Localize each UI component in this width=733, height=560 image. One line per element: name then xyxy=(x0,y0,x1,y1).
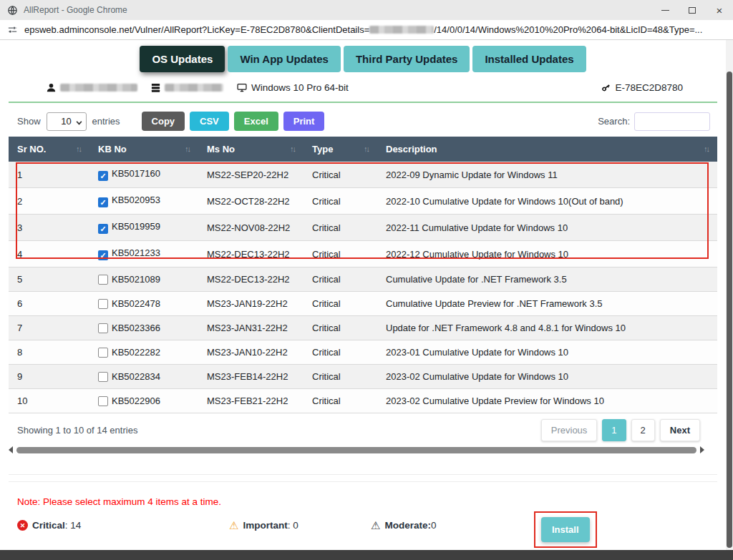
next-page-button[interactable]: Next xyxy=(660,419,700,441)
row-checkbox[interactable] xyxy=(98,372,108,382)
tab-os-updates[interactable]: OS Updates xyxy=(140,46,225,72)
col-header-kb-no[interactable]: KB No xyxy=(89,137,198,162)
chevron-down-icon xyxy=(76,119,82,124)
print-button[interactable]: Print xyxy=(283,112,325,131)
type-cell: Critical xyxy=(304,316,377,340)
csv-button[interactable]: CSV xyxy=(190,112,229,131)
minimize-icon xyxy=(661,10,669,11)
row-checkbox[interactable] xyxy=(98,348,108,358)
kb-no-cell: KB5020953 xyxy=(89,188,198,215)
sort-icon[interactable] xyxy=(76,144,81,153)
critical-icon: ✕ xyxy=(17,520,28,531)
vertical-scrollbar[interactable] xyxy=(726,40,733,550)
install-button[interactable]: Install xyxy=(541,517,590,542)
type-cell: Critical xyxy=(304,188,377,215)
ms-no-cell: MS22-DEC13-22H2 xyxy=(198,241,304,267)
device-info-row: Windows 10 Pro 64-bit E-78EC2D8780 xyxy=(0,82,726,93)
row-checkbox[interactable] xyxy=(98,396,108,406)
table-controls: Show 10 entries Copy CSV Excel Print Sea… xyxy=(0,112,726,131)
type-cell: Critical xyxy=(304,389,377,413)
maximize-icon xyxy=(689,7,696,14)
sort-icon[interactable] xyxy=(704,144,709,153)
type-cell: Critical xyxy=(304,292,377,316)
col-header-sr-no[interactable]: Sr NO. xyxy=(9,137,89,162)
maximize-button[interactable] xyxy=(679,0,706,20)
selection-note: Note: Please select maximum 4 items at a… xyxy=(17,496,709,507)
key-icon xyxy=(598,80,613,95)
updates-table: Sr NO. KB No Ms No Type Description 1KB5… xyxy=(9,137,717,413)
ms-no-cell: MS23-JAN10-22H2 xyxy=(198,340,304,365)
kb-no-label: KB5017160 xyxy=(112,168,160,179)
kb-no-cell: KB5021233 xyxy=(89,241,198,267)
tune-icon[interactable] xyxy=(7,24,18,35)
type-cell: Critical xyxy=(304,365,377,389)
ms-no-cell: MS23-FEB14-22H2 xyxy=(198,365,304,389)
window-titlebar: AllReport - Google Chrome × xyxy=(0,0,733,20)
description-cell: 2022-09 Dynamic Update for Windows 11 xyxy=(377,162,717,188)
table-row: 9KB5022834MS23-FEB14-22H2Critical2023-02… xyxy=(9,365,717,389)
bottom-scrollbar[interactable] xyxy=(0,550,733,560)
page-1-button[interactable]: 1 xyxy=(602,419,626,441)
row-checkbox[interactable] xyxy=(98,250,108,260)
sr-no-cell: 9 xyxy=(9,365,89,389)
row-checkbox[interactable] xyxy=(98,275,108,285)
kb-no-label: KB5021089 xyxy=(112,274,160,285)
tab-third-party-updates[interactable]: Third Party Updates xyxy=(344,46,470,72)
row-checkbox[interactable] xyxy=(98,171,108,181)
ms-no-cell: MS23-JAN31-22H2 xyxy=(198,316,304,340)
tab-win-app-updates[interactable]: Win App Updates xyxy=(228,46,340,72)
col-header-ms-no[interactable]: Ms No xyxy=(198,137,304,162)
horizontal-scrollbar-thumb[interactable] xyxy=(16,447,696,453)
kb-no-label: KB5022906 xyxy=(112,396,160,406)
page-2-button[interactable]: 2 xyxy=(631,419,655,441)
copy-button[interactable]: Copy xyxy=(142,112,185,131)
tab-installed-updates[interactable]: Installed Updates xyxy=(472,46,586,72)
client-name xyxy=(46,82,137,93)
col-header-description[interactable]: Description xyxy=(377,137,717,162)
description-cell: 2022-12 Cumulative Update for Windows 10 xyxy=(377,241,717,267)
excel-button[interactable]: Excel xyxy=(234,112,278,131)
kb-no-cell: KB5023366 xyxy=(89,316,198,340)
important-count: ⚠ Important : 0 xyxy=(229,520,298,531)
description-cell: Cumulative Update for .NET Framework 3.5 xyxy=(377,267,717,292)
kb-no-cell: KB5019959 xyxy=(89,215,198,241)
vertical-scrollbar-thumb[interactable] xyxy=(727,72,732,548)
kb-no-cell: KB5017160 xyxy=(89,162,198,188)
row-checkbox[interactable] xyxy=(98,323,108,333)
sr-no-cell: 2 xyxy=(9,188,89,215)
description-cell: Cumulative Update Preview for .NET Frame… xyxy=(377,292,717,316)
minimize-button[interactable] xyxy=(651,0,679,20)
show-label: Show xyxy=(17,116,41,127)
description-cell: 2023-02 Cumulative Update for Windows 10 xyxy=(377,365,717,389)
row-checkbox[interactable] xyxy=(98,224,108,234)
kb-no-label: KB5022834 xyxy=(112,371,160,382)
horizontal-scrollbar[interactable] xyxy=(9,445,704,455)
sr-no-cell: 6 xyxy=(9,292,89,316)
search-label: Search: xyxy=(598,116,630,127)
ms-no-cell: MS22-DEC13-22H2 xyxy=(198,267,304,292)
description-cell: 2022-11 Cumulative Update for Windows 10 xyxy=(377,215,717,241)
ms-no-cell: MS23-JAN19-22H2 xyxy=(198,292,304,316)
address-bar[interactable]: epsweb.adminconsole.net/Vulner/AllReport… xyxy=(0,20,733,40)
previous-page-button[interactable]: Previous xyxy=(541,419,598,441)
sr-no-cell: 10 xyxy=(9,389,89,413)
table-body: 1KB5017160MS22-SEP20-22H2Critical2022-09… xyxy=(9,162,717,413)
close-button[interactable]: × xyxy=(706,0,733,20)
license-key-label: E-78EC2D8780 xyxy=(615,82,683,93)
col-header-type[interactable]: Type xyxy=(304,137,377,162)
scroll-right-icon[interactable] xyxy=(700,446,704,453)
scroll-left-icon[interactable] xyxy=(9,446,13,453)
sort-icon[interactable] xyxy=(185,144,190,153)
license-key: E-78EC2D8780 xyxy=(601,82,683,93)
ms-no-cell: MS23-FEB21-22H2 xyxy=(198,389,304,413)
showing-entries-label: Showing 1 to 10 of 14 entries xyxy=(17,425,137,436)
row-checkbox[interactable] xyxy=(98,197,108,207)
sort-icon[interactable] xyxy=(364,144,369,153)
kb-no-label: KB5019959 xyxy=(112,221,160,232)
sort-icon[interactable] xyxy=(290,144,295,153)
search-input[interactable] xyxy=(634,112,710,131)
description-cell: 2022-10 Cumulative Update for Windows 10… xyxy=(377,188,717,215)
row-checkbox[interactable] xyxy=(98,299,108,309)
page-size-select[interactable]: 10 xyxy=(47,112,87,131)
type-cell: Critical xyxy=(304,241,377,267)
